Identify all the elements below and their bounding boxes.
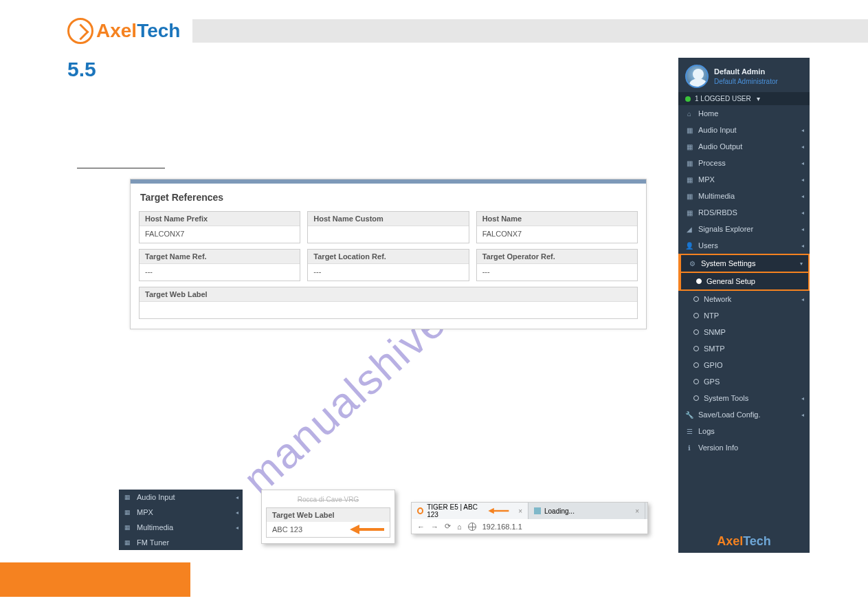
logo: AxelTech	[67, 18, 180, 44]
web-label-head: Target Web Label	[267, 508, 390, 522]
nav-home-label: Home	[698, 109, 718, 118]
nav-home[interactable]: ⌂Home	[678, 105, 810, 122]
grid-icon: ▦	[685, 176, 693, 184]
value-host-name-custom[interactable]	[308, 226, 468, 243]
mini-audio-input[interactable]: ▦Audio Input◂	[119, 490, 243, 505]
browser-tab-2[interactable]: Loading... ×	[528, 503, 645, 519]
info-icon: ℹ	[685, 444, 693, 452]
header-grey-bar	[192, 19, 868, 43]
nav-gpio-label: GPIO	[704, 361, 723, 369]
section-number: 5.5	[67, 58, 96, 81]
nav-audio-output[interactable]: ▦Audio Output◂	[678, 138, 810, 155]
close-icon[interactable]: ×	[518, 507, 522, 515]
value-target-location-ref[interactable]: ---	[308, 264, 468, 281]
value-host-name-prefix[interactable]: FALCONX7	[140, 226, 300, 243]
panel-title: Target References	[131, 184, 646, 208]
value-target-web-label[interactable]	[140, 302, 637, 318]
browser-tabs: TIGER E5 | ABC 123 × Loading... ×	[412, 503, 647, 519]
nav-network[interactable]: Network◂	[678, 291, 810, 307]
label-target-operator-ref: Target Operator Ref.	[477, 250, 637, 264]
nav-gps[interactable]: GPS	[678, 373, 810, 390]
label-host-name-prefix: Host Name Prefix	[140, 212, 300, 226]
value-target-name-ref[interactable]: ---	[140, 264, 300, 281]
online-dot-icon	[685, 96, 691, 102]
nav-system-settings[interactable]: ⚙System Settings▾	[678, 254, 810, 273]
browser-tab-1[interactable]: TIGER E5 | ABC 123 ×	[412, 503, 528, 519]
label-target-web-label: Target Web Label	[140, 287, 637, 302]
field-host-name: Host Name FALCONX7	[476, 211, 638, 243]
nav-multimedia-label: Multimedia	[698, 192, 735, 200]
field-target-location-ref: Target Location Ref. ---	[307, 249, 469, 281]
chevron-left-icon: ◂	[236, 509, 238, 516]
chevron-left-icon: ◂	[801, 210, 804, 216]
grid-icon: ▦	[685, 143, 693, 151]
bullet-icon	[693, 346, 699, 351]
nav-audio-input[interactable]: ▦Audio Input◂	[678, 122, 810, 138]
label-host-name-custom: Host Name Custom	[308, 212, 468, 226]
nav-system-tools[interactable]: System Tools◂	[678, 390, 810, 406]
footer-logo-axel: Axel	[717, 534, 743, 548]
close-icon[interactable]: ×	[635, 507, 639, 515]
nav-users[interactable]: 👤Users◂	[678, 237, 810, 254]
reload-icon[interactable]: ⟳	[445, 522, 451, 531]
caret-down-icon: ▾	[800, 261, 803, 267]
nav-smtp[interactable]: SMTP	[678, 340, 810, 357]
nav-multimedia[interactable]: ▦Multimedia◂	[678, 188, 810, 204]
nav-gps-label: GPS	[704, 377, 720, 386]
field-host-name-custom: Host Name Custom	[307, 211, 469, 243]
nav-system-tools-label: System Tools	[704, 394, 748, 402]
bullet-icon	[693, 395, 699, 401]
label-target-name-ref: Target Name Ref.	[140, 250, 300, 264]
nav-mpx[interactable]: ▦MPX◂	[678, 171, 810, 188]
nav-save-load[interactable]: 🔧Save/Load Config.◂	[678, 406, 810, 423]
mini-mpx[interactable]: ▦MPX◂	[119, 505, 243, 520]
nav-network-label: Network	[704, 295, 731, 303]
logged-users-bar[interactable]: 1 LOGGED USER ▾	[678, 92, 810, 105]
field-target-operator-ref: Target Operator Ref. ---	[476, 249, 638, 281]
value-host-name[interactable]: FALCONX7	[477, 226, 637, 243]
nav: ⌂Home ▦Audio Input◂ ▦Audio Output◂ ▦Proc…	[678, 105, 810, 456]
nav-audio-input-label: Audio Input	[698, 126, 737, 134]
forward-icon[interactable]: →	[431, 523, 438, 531]
bullet-icon	[696, 278, 702, 284]
nav-snmp[interactable]: SNMP	[678, 324, 810, 340]
chevron-left-icon: ◂	[801, 144, 804, 150]
web-label-struck: Rocca di Cave VRG	[266, 496, 390, 503]
nav-smtp-label: SMTP	[704, 344, 725, 353]
web-label-field: Target Web Label ABC 123	[266, 507, 390, 538]
nav-version[interactable]: ℹVersion Info	[678, 439, 810, 456]
nav-signals[interactable]: ◢Signals Explorer◂	[678, 221, 810, 237]
footer-logo-tech: Tech	[743, 534, 771, 548]
bullet-icon	[693, 313, 699, 318]
url-text[interactable]: 192.168.1.1	[482, 523, 522, 531]
nav-save-load-label: Save/Load Config.	[698, 410, 761, 419]
nav-mpx-label: MPX	[698, 175, 715, 184]
chevron-left-icon: ◂	[801, 226, 804, 232]
field-target-web-label: Target Web Label	[139, 287, 638, 319]
avatar-icon	[685, 65, 709, 88]
nav-gpio[interactable]: GPIO	[678, 357, 810, 373]
logo-tech: Tech	[137, 20, 180, 41]
grid-icon: ▦	[124, 509, 133, 516]
chevron-left-icon: ◂	[801, 296, 804, 303]
nav-version-label: Version Info	[698, 443, 738, 452]
nav-ntp[interactable]: NTP	[678, 307, 810, 324]
nav-rds[interactable]: ▦RDS/RBDS◂	[678, 204, 810, 221]
tab1-title: TIGER E5 | ABC 123	[427, 503, 482, 518]
mini-fm-tuner[interactable]: ▦FM Tuner	[119, 535, 243, 550]
back-icon[interactable]: ←	[417, 523, 425, 531]
nav-general-setup[interactable]: General Setup	[678, 273, 810, 291]
web-label-value-row[interactable]: ABC 123	[267, 522, 390, 537]
value-target-operator-ref[interactable]: ---	[477, 264, 637, 281]
label-target-location-ref: Target Location Ref.	[308, 250, 468, 264]
field-host-name-prefix: Host Name Prefix FALCONX7	[139, 211, 300, 243]
nav-logs[interactable]: ☰Logs	[678, 423, 810, 439]
nav-process[interactable]: ▦Process◂	[678, 155, 810, 171]
chevron-left-icon: ◂	[236, 494, 238, 501]
home-icon[interactable]: ⌂	[457, 523, 462, 531]
web-label-snippet: Rocca di Cave VRG Target Web Label ABC 1…	[261, 490, 395, 544]
nav-general-setup-label: General Setup	[706, 277, 755, 285]
mini-multimedia[interactable]: ▦Multimedia◂	[119, 520, 243, 535]
nav-users-label: Users	[698, 241, 718, 250]
arrow-left-icon	[350, 526, 384, 533]
